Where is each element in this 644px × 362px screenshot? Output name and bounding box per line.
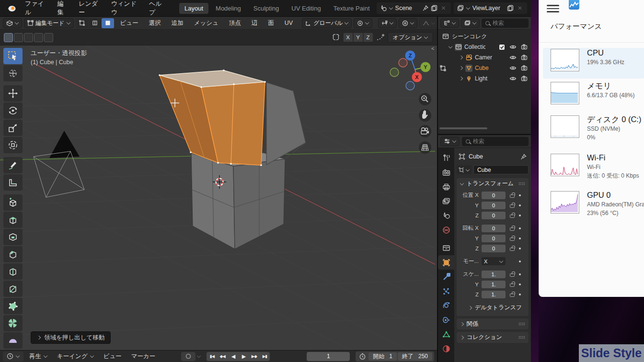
pan-button[interactable] — [419, 109, 431, 122]
rotation-z-input[interactable]: 0 — [482, 245, 506, 252]
menu-window[interactable]: ウィンドウ — [106, 2, 143, 14]
location-y-input[interactable]: 0 — [482, 202, 506, 209]
perf-card-cpu[interactable]: CPU 19% 3.36 GHz — [543, 48, 644, 79]
workspace-tab-modeling[interactable]: Modeling — [210, 3, 246, 14]
expand-icon[interactable] — [459, 56, 463, 59]
annotate-tool[interactable] — [3, 157, 23, 173]
perf-card-memory[interactable]: メモリ 6.6/13.7 GB (48%) — [543, 81, 644, 112]
workspace-tab-layout[interactable]: Layout — [179, 3, 208, 14]
menu-render[interactable]: レンダー — [74, 2, 105, 14]
checkbox-icon[interactable] — [499, 44, 505, 50]
prev-keyframe-button[interactable]: ◆◀ — [217, 352, 228, 361]
lock-icon[interactable] — [510, 227, 515, 231]
tab-constraints[interactable] — [438, 313, 454, 327]
collections-panel[interactable]: コレクション — [457, 332, 529, 343]
spin-tool[interactable] — [3, 315, 23, 331]
lock-icon[interactable] — [510, 215, 515, 218]
blender-logo-icon[interactable] — [4, 2, 19, 14]
transform-tool[interactable] — [3, 137, 23, 153]
menu-view[interactable]: ビュー — [116, 19, 143, 27]
viewport-3d-scene[interactable]: Z Y X — [0, 45, 435, 350]
select-box-tool[interactable] — [3, 48, 23, 64]
menu-uv[interactable]: UV — [280, 20, 297, 26]
properties-search[interactable] — [462, 137, 529, 146]
animate-dot[interactable] — [519, 283, 521, 285]
snap-path-icon[interactable] — [376, 34, 385, 41]
rotation-mode-dropdown[interactable]: X — [482, 257, 506, 265]
perf-card-wifi[interactable]: Wi-Fi Wi-Fi 送信: 0 受信: 0 Kbps — [543, 153, 644, 190]
workspace-tab-texture-paint[interactable]: Texture Paint — [328, 3, 375, 14]
navigation-gizmo[interactable]: Z Y X — [390, 51, 431, 90]
viewport-3d[interactable]: Z Y X — [0, 45, 437, 350]
pin-icon[interactable] — [423, 5, 428, 11]
select-set-option[interactable] — [4, 33, 13, 42]
add-cube-tool[interactable] — [3, 194, 23, 211]
outliner-row-light[interactable]: Light — [438, 73, 531, 84]
properties-search-input[interactable] — [473, 138, 525, 145]
mirror-x-button[interactable]: X — [343, 33, 353, 42]
object-type-dropdown[interactable] — [457, 165, 472, 174]
menu-face[interactable]: 面 — [264, 19, 278, 27]
selected-faces[interactable] — [159, 69, 266, 166]
menu-file[interactable]: ファイル — [20, 2, 52, 14]
delta-transform-subpanel[interactable]: デルタトランスフ — [457, 302, 529, 313]
scale-x-input[interactable]: 1. — [482, 271, 506, 278]
animate-dot[interactable] — [519, 204, 521, 206]
menu-help[interactable]: ヘルプ — [144, 2, 170, 14]
properties-editor-dropdown[interactable] — [440, 137, 460, 146]
tab-particles[interactable] — [438, 284, 454, 298]
animate-dot[interactable] — [519, 227, 521, 229]
smooth-tool[interactable] — [3, 332, 23, 349]
animate-dot[interactable] — [519, 238, 521, 239]
jump-to-start-button[interactable]: ▮◀ — [207, 352, 217, 361]
lock-icon[interactable] — [510, 238, 515, 241]
hamburger-menu-icon[interactable] — [547, 3, 559, 12]
scene-selector[interactable]: Scene ✕ — [377, 2, 451, 14]
relations-panel[interactable]: 関係 — [457, 318, 529, 329]
cursor-tool[interactable] — [3, 65, 23, 81]
operator-panel[interactable]: 領域を押し出して移動 — [31, 331, 111, 344]
lock-icon[interactable] — [510, 273, 515, 277]
perf-card-disk[interactable]: ディスク 0 (C:) SSD (NVMe) 0% — [543, 114, 644, 152]
editor-type-dropdown[interactable] — [3, 18, 22, 28]
expand-icon[interactable] — [448, 45, 452, 49]
animate-dot[interactable] — [519, 273, 521, 275]
new-scene-icon[interactable] — [431, 5, 437, 11]
animate-dot[interactable] — [519, 294, 521, 295]
mirror-y-button[interactable]: Y — [353, 33, 363, 42]
menu-edit[interactable]: 編集 — [53, 2, 73, 14]
select-extend-option[interactable] — [14, 33, 23, 42]
menu-edge[interactable]: 辺 — [247, 19, 262, 27]
unlink-scene-icon[interactable]: ✕ — [440, 5, 448, 11]
select-subtract-option[interactable] — [24, 33, 33, 42]
camera-toggle-icon[interactable] — [521, 76, 528, 81]
transform-panel-header[interactable]: トランスフォーム — [457, 178, 529, 189]
perf-card-gpu[interactable]: GPU 0 AMD Radeon(TM) Graphics 23% (56 °C… — [543, 190, 644, 227]
lock-icon[interactable] — [510, 283, 515, 287]
play-button[interactable]: ▶ — [238, 352, 249, 361]
new-viewlayer-icon[interactable] — [507, 5, 514, 11]
ortho-grid-button[interactable] — [419, 141, 431, 154]
menu-mesh[interactable]: メッシュ — [190, 19, 223, 27]
menu-add[interactable]: 追加 — [167, 19, 188, 27]
region-collapse-icon[interactable]: < — [431, 45, 434, 51]
knife-tool[interactable] — [3, 281, 23, 297]
eye-icon[interactable] — [509, 44, 517, 50]
lock-icon[interactable] — [510, 294, 515, 297]
pin-icon[interactable] — [520, 154, 527, 160]
tab-physics[interactable] — [438, 298, 454, 313]
autokey-toggle[interactable] — [181, 352, 196, 361]
scale-tool[interactable] — [3, 120, 23, 136]
orientation-dropdown[interactable]: グローバル — [302, 18, 352, 28]
rotate-tool[interactable] — [3, 102, 23, 119]
camera-toggle-icon[interactable] — [521, 44, 528, 50]
scale-y-input[interactable]: 1. — [482, 281, 506, 288]
location-x-input[interactable]: 0 — [482, 192, 506, 199]
tab-modifiers[interactable] — [438, 270, 454, 284]
proportional-editing-dropdown[interactable] — [399, 18, 417, 28]
camera-view-button[interactable] — [419, 125, 431, 137]
animate-dot[interactable] — [519, 215, 521, 216]
tab-world[interactable] — [438, 223, 454, 237]
lock-icon[interactable] — [510, 194, 515, 198]
menu-select[interactable]: 選択 — [145, 19, 165, 27]
